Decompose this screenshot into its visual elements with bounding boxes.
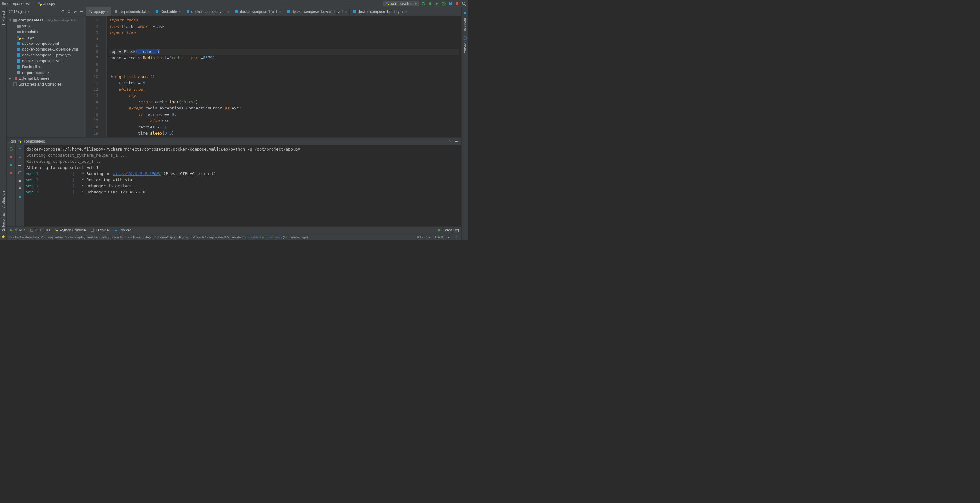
bottom-tab-python-console[interactable]: Python Console: [54, 228, 86, 232]
tab-compose-1[interactable]: docker-compose-1.yml×: [232, 7, 284, 16]
project-tree[interactable]: ▾ composetest ~/PycharmProjects/co stati…: [7, 16, 86, 137]
up-arrow-icon[interactable]: [17, 146, 23, 152]
locate-icon[interactable]: [60, 9, 65, 14]
exit-icon[interactable]: [8, 170, 14, 176]
tab-dockerfile[interactable]: Dockerfile×: [153, 7, 183, 16]
rail-tab-database[interactable]: Database: [463, 11, 467, 31]
pin-icon[interactable]: [17, 186, 23, 192]
bottom-tab-todo[interactable]: 6: TODO: [30, 228, 50, 232]
profile-icon[interactable]: [441, 1, 446, 6]
help-icon[interactable]: ?: [454, 235, 459, 240]
close-icon[interactable]: ×: [178, 10, 180, 13]
code-token: ,: [186, 56, 191, 60]
lock-icon[interactable]: [446, 235, 451, 240]
project-view-selector[interactable]: Project ▾: [9, 9, 30, 14]
tree-root[interactable]: ▾ composetest ~/PycharmProjects/co: [7, 17, 86, 23]
bottom-tab-docker[interactable]: Docker: [114, 228, 131, 232]
pause-icon[interactable]: [8, 162, 14, 168]
hide-icon[interactable]: [454, 139, 459, 144]
tree-item-file[interactable]: Dockerfile: [7, 64, 86, 70]
tab-compose-override[interactable]: docker-compose-1.override.yml×: [284, 7, 350, 16]
close-icon[interactable]: ×: [279, 10, 281, 13]
close-icon[interactable]: ×: [345, 10, 347, 13]
rerun-icon[interactable]: [8, 146, 14, 152]
run-config-selector[interactable]: composetest ▾: [383, 1, 419, 6]
status-caret-position[interactable]: 6:12: [417, 235, 423, 239]
rail-tab-structure[interactable]: 7: Structure: [2, 190, 5, 208]
code-token: 1: [164, 125, 167, 129]
code-line: import time: [109, 30, 135, 35]
bottom-tab-event-log[interactable]: Event Log: [437, 228, 459, 232]
tab-requirements[interactable]: requirements.txt×: [111, 7, 152, 16]
editor-body[interactable]: 1234567891011121314151617181920 import r…: [86, 16, 461, 137]
rail-tab-favorites[interactable]: 2: Favorites: [2, 213, 5, 230]
status-encoding[interactable]: UTF-8: [434, 235, 443, 239]
tree-item-file[interactable]: app.py: [7, 35, 86, 40]
tree-item-file[interactable]: docker-compose-1.prod.yml: [7, 52, 86, 58]
stop-icon[interactable]: [455, 1, 460, 6]
tree-scratches[interactable]: Scratches and Consoles: [7, 81, 86, 87]
svg-rect-9: [450, 3, 451, 5]
restart-icon[interactable]: [421, 1, 426, 6]
tab-compose-prod[interactable]: docker-compose-1.prod.yml×: [350, 7, 410, 16]
collapse-icon[interactable]: [67, 9, 72, 14]
close-icon[interactable]: ×: [405, 10, 407, 13]
gear-icon[interactable]: [73, 9, 78, 14]
fold-gutter[interactable]: [101, 16, 107, 137]
bottom-tab-label: 6: TODO: [35, 228, 50, 232]
hide-icon[interactable]: [79, 9, 84, 14]
tree-item-dir[interactable]: templates: [7, 29, 86, 35]
run-toolbar-primary: [7, 145, 15, 226]
output-pad: [38, 184, 72, 188]
code-token: 0.5: [164, 131, 172, 135]
tree-item-file[interactable]: docker-compose.yml: [7, 40, 86, 46]
code-content[interactable]: import redis from flask import Flask imp…: [107, 16, 461, 137]
code-token: get_hit_count: [119, 75, 150, 79]
project-tool-window: Project ▾ ▾ composetest ~: [7, 7, 86, 137]
stop-icon[interactable]: [8, 154, 14, 160]
tree-item-file[interactable]: requirements.txt: [7, 70, 86, 75]
concurrency-icon[interactable]: [448, 1, 453, 6]
code-token: retries -=: [109, 125, 164, 129]
status-disable-link[interactable]: Disable this notification: [247, 235, 282, 239]
tree-item-dir[interactable]: static: [7, 23, 86, 29]
run-coverage-icon[interactable]: [434, 1, 439, 6]
breadcrumb-project[interactable]: composetest: [2, 1, 30, 6]
print-icon[interactable]: [17, 178, 23, 184]
close-icon[interactable]: ×: [107, 10, 109, 13]
tree-item-file[interactable]: docker-compose-1.override.yml: [7, 46, 86, 52]
code-token: [109, 93, 129, 98]
rail-tab-sciview[interactable]: SciView: [463, 36, 467, 53]
expand-arrow-icon: ▾: [9, 18, 12, 22]
tree-ext-libraries[interactable]: ▸External Libraries: [7, 75, 86, 81]
search-icon[interactable]: [461, 1, 466, 6]
bottom-tool-tabs: 4: Run 6: TODO Python Console Terminal D…: [7, 226, 461, 233]
down-arrow-icon[interactable]: [17, 154, 23, 160]
rail-tab-project[interactable]: 1: Project: [2, 11, 5, 25]
breadcrumb-file[interactable]: app.py: [38, 1, 55, 6]
bottom-tab-run[interactable]: 4: Run: [9, 228, 25, 232]
code-token: ():: [150, 75, 157, 79]
close-icon[interactable]: ×: [227, 10, 229, 13]
code-token: redis.exceptions.ConnectionError: [145, 106, 224, 110]
run-console-output[interactable]: docker-compose://[/home/filippov/Pycharm…: [24, 145, 461, 226]
output-url-link[interactable]: http://0.0.0.0:5000/: [113, 171, 161, 176]
bottom-tab-terminal[interactable]: Terminal: [90, 228, 110, 232]
close-icon[interactable]: ×: [148, 10, 150, 13]
debug-icon[interactable]: [428, 1, 433, 6]
svg-rect-34: [16, 77, 17, 80]
svg-point-20: [75, 11, 76, 12]
scroll-end-icon[interactable]: [17, 170, 23, 176]
trash-icon[interactable]: [17, 194, 23, 200]
tree-item-file[interactable]: docker-compose-1.yml: [7, 58, 86, 64]
soft-wrap-icon[interactable]: [17, 162, 23, 168]
svg-rect-54: [31, 229, 33, 232]
status-line-separator[interactable]: LF: [426, 235, 431, 239]
tab-app-py[interactable]: app.py×: [86, 7, 111, 16]
yaml-file-icon: [17, 41, 21, 46]
svg-rect-0: [2, 3, 6, 5]
gear-icon[interactable]: [447, 139, 452, 144]
sciview-icon: [463, 36, 467, 40]
svg-rect-1: [2, 2, 4, 3]
tab-compose[interactable]: docker-compose.yml×: [183, 7, 232, 16]
